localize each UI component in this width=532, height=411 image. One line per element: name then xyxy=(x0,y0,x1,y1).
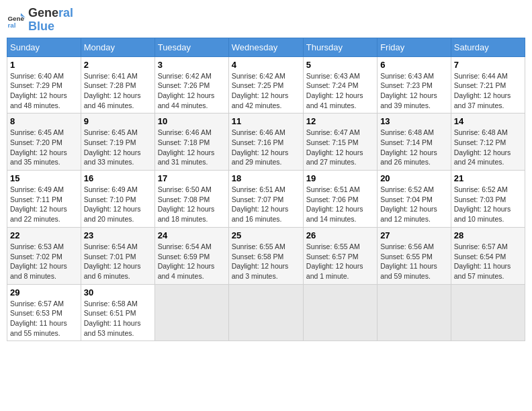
calendar-cell: 17 Sunrise: 6:50 AM Sunset: 7:08 PM Dayl… xyxy=(154,171,228,228)
day-number: 18 xyxy=(232,173,300,183)
dow-header-sunday: Sunday xyxy=(7,38,81,56)
day-number: 9 xyxy=(84,116,152,126)
dow-header-tuesday: Tuesday xyxy=(154,38,228,56)
day-info: Sunrise: 6:55 AM Sunset: 6:57 PM Dayligh… xyxy=(306,242,374,281)
calendar-cell: 2 Sunrise: 6:41 AM Sunset: 7:28 PM Dayli… xyxy=(81,56,154,113)
day-info: Sunrise: 6:41 AM Sunset: 7:28 PM Dayligh… xyxy=(84,71,152,111)
day-info: Sunrise: 6:48 AM Sunset: 7:14 PM Dayligh… xyxy=(380,128,448,167)
day-number: 12 xyxy=(306,116,374,126)
calendar-cell: 21 Sunrise: 6:52 AM Sunset: 7:03 PM Dayl… xyxy=(451,171,525,228)
day-number: 8 xyxy=(10,116,78,126)
dow-header-friday: Friday xyxy=(378,38,451,56)
day-info: Sunrise: 6:40 AM Sunset: 7:29 PM Dayligh… xyxy=(10,71,78,111)
day-number: 6 xyxy=(380,60,448,70)
day-info: Sunrise: 6:58 AM Sunset: 6:51 PM Dayligh… xyxy=(84,299,152,338)
day-info: Sunrise: 6:50 AM Sunset: 7:08 PM Dayligh… xyxy=(158,185,226,224)
week-row-1: 1 Sunrise: 6:40 AM Sunset: 7:29 PM Dayli… xyxy=(7,56,525,113)
calendar-cell: 19 Sunrise: 6:51 AM Sunset: 7:06 PM Dayl… xyxy=(303,171,377,228)
week-row-5: 29 Sunrise: 6:57 AM Sunset: 6:53 PM Dayl… xyxy=(7,284,525,341)
calendar-cell: 27 Sunrise: 6:56 AM Sunset: 6:55 PM Dayl… xyxy=(378,227,451,284)
day-number: 20 xyxy=(380,173,448,183)
day-info: Sunrise: 6:54 AM Sunset: 6:59 PM Dayligh… xyxy=(158,242,226,281)
day-number: 25 xyxy=(232,230,300,240)
day-info: Sunrise: 6:46 AM Sunset: 7:18 PM Dayligh… xyxy=(158,128,226,167)
day-number: 17 xyxy=(158,173,226,183)
day-info: Sunrise: 6:42 AM Sunset: 7:25 PM Dayligh… xyxy=(232,71,300,111)
day-number: 26 xyxy=(306,230,374,240)
calendar-cell: 15 Sunrise: 6:49 AM Sunset: 7:11 PM Dayl… xyxy=(7,171,81,228)
day-number: 21 xyxy=(454,173,522,183)
calendar-cell: 26 Sunrise: 6:55 AM Sunset: 6:57 PM Dayl… xyxy=(303,227,377,284)
calendar-cell: 7 Sunrise: 6:44 AM Sunset: 7:21 PM Dayli… xyxy=(451,56,525,113)
calendar-cell: 30 Sunrise: 6:58 AM Sunset: 6:51 PM Dayl… xyxy=(81,284,154,341)
calendar-cell: 20 Sunrise: 6:52 AM Sunset: 7:04 PM Dayl… xyxy=(378,171,451,228)
day-info: Sunrise: 6:51 AM Sunset: 7:07 PM Dayligh… xyxy=(232,185,300,224)
days-of-week-header: SundayMondayTuesdayWednesdayThursdayFrid… xyxy=(7,38,525,56)
day-number: 22 xyxy=(10,230,78,240)
day-number: 27 xyxy=(380,230,448,240)
day-info: Sunrise: 6:52 AM Sunset: 7:03 PM Dayligh… xyxy=(454,185,522,224)
calendar-cell: 1 Sunrise: 6:40 AM Sunset: 7:29 PM Dayli… xyxy=(7,56,81,113)
calendar-cell: 22 Sunrise: 6:53 AM Sunset: 7:02 PM Dayl… xyxy=(7,227,81,284)
calendar-cell: 6 Sunrise: 6:43 AM Sunset: 7:23 PM Dayli… xyxy=(378,56,451,113)
day-info: Sunrise: 6:47 AM Sunset: 7:15 PM Dayligh… xyxy=(306,128,374,167)
day-info: Sunrise: 6:56 AM Sunset: 6:55 PM Dayligh… xyxy=(380,242,448,281)
calendar-cell: 5 Sunrise: 6:43 AM Sunset: 7:24 PM Dayli… xyxy=(303,56,377,113)
calendar-cell: 14 Sunrise: 6:48 AM Sunset: 7:12 PM Dayl… xyxy=(451,113,525,171)
day-info: Sunrise: 6:57 AM Sunset: 6:53 PM Dayligh… xyxy=(10,299,78,338)
day-info: Sunrise: 6:45 AM Sunset: 7:20 PM Dayligh… xyxy=(10,128,78,167)
dow-header-wednesday: Wednesday xyxy=(228,38,303,56)
day-info: Sunrise: 6:42 AM Sunset: 7:26 PM Dayligh… xyxy=(158,71,226,111)
day-info: Sunrise: 6:53 AM Sunset: 7:02 PM Dayligh… xyxy=(10,242,78,281)
day-info: Sunrise: 6:48 AM Sunset: 7:12 PM Dayligh… xyxy=(454,128,522,167)
week-row-2: 8 Sunrise: 6:45 AM Sunset: 7:20 PM Dayli… xyxy=(7,113,525,171)
day-info: Sunrise: 6:45 AM Sunset: 7:19 PM Dayligh… xyxy=(84,128,152,167)
day-number: 28 xyxy=(454,230,522,240)
day-info: Sunrise: 6:43 AM Sunset: 7:24 PM Dayligh… xyxy=(306,71,374,111)
week-row-4: 22 Sunrise: 6:53 AM Sunset: 7:02 PM Dayl… xyxy=(7,227,525,284)
calendar-cell xyxy=(303,284,377,341)
day-number: 4 xyxy=(232,60,300,70)
dow-header-saturday: Saturday xyxy=(451,38,525,56)
day-info: Sunrise: 6:52 AM Sunset: 7:04 PM Dayligh… xyxy=(380,185,448,224)
calendar-cell: 18 Sunrise: 6:51 AM Sunset: 7:07 PM Dayl… xyxy=(228,171,303,228)
calendar-cell: 25 Sunrise: 6:55 AM Sunset: 6:58 PM Dayl… xyxy=(228,227,303,284)
day-info: Sunrise: 6:49 AM Sunset: 7:11 PM Dayligh… xyxy=(10,185,78,224)
day-number: 13 xyxy=(380,116,448,126)
day-number: 2 xyxy=(84,60,152,70)
calendar-cell xyxy=(451,284,525,341)
day-info: Sunrise: 6:46 AM Sunset: 7:16 PM Dayligh… xyxy=(232,128,300,167)
day-info: Sunrise: 6:57 AM Sunset: 6:54 PM Dayligh… xyxy=(454,242,522,281)
calendar-cell xyxy=(228,284,303,341)
day-number: 11 xyxy=(232,116,300,126)
day-info: Sunrise: 6:55 AM Sunset: 6:58 PM Dayligh… xyxy=(232,242,300,281)
calendar-cell: 13 Sunrise: 6:48 AM Sunset: 7:14 PM Dayl… xyxy=(378,113,451,171)
day-number: 23 xyxy=(84,230,152,240)
logo-icon: Gene ral xyxy=(7,11,26,30)
logo-line1: General xyxy=(28,7,73,20)
calendar-cell: 23 Sunrise: 6:54 AM Sunset: 7:01 PM Dayl… xyxy=(81,227,154,284)
calendar-cell xyxy=(378,284,451,341)
calendar-cell: 28 Sunrise: 6:57 AM Sunset: 6:54 PM Dayl… xyxy=(451,227,525,284)
day-info: Sunrise: 6:43 AM Sunset: 7:23 PM Dayligh… xyxy=(380,71,448,111)
calendar-cell xyxy=(154,284,228,341)
calendar-cell: 9 Sunrise: 6:45 AM Sunset: 7:19 PM Dayli… xyxy=(81,113,154,171)
calendar-cell: 29 Sunrise: 6:57 AM Sunset: 6:53 PM Dayl… xyxy=(7,284,81,341)
day-number: 7 xyxy=(454,60,522,70)
dow-header-monday: Monday xyxy=(81,38,154,56)
calendar-cell: 4 Sunrise: 6:42 AM Sunset: 7:25 PM Dayli… xyxy=(228,56,303,113)
day-number: 15 xyxy=(10,173,78,183)
logo: Gene ral General Blue xyxy=(7,7,73,34)
week-row-3: 15 Sunrise: 6:49 AM Sunset: 7:11 PM Dayl… xyxy=(7,171,525,228)
logo-line2: Blue xyxy=(28,20,73,34)
svg-text:ral: ral xyxy=(7,21,15,29)
day-number: 19 xyxy=(306,173,374,183)
day-number: 14 xyxy=(454,116,522,126)
calendar-cell: 3 Sunrise: 6:42 AM Sunset: 7:26 PM Dayli… xyxy=(154,56,228,113)
dow-header-thursday: Thursday xyxy=(303,38,377,56)
calendar-cell: 16 Sunrise: 6:49 AM Sunset: 7:10 PM Dayl… xyxy=(81,171,154,228)
calendar-body: 1 Sunrise: 6:40 AM Sunset: 7:29 PM Dayli… xyxy=(7,56,525,341)
day-info: Sunrise: 6:49 AM Sunset: 7:10 PM Dayligh… xyxy=(84,185,152,224)
day-number: 5 xyxy=(306,60,374,70)
day-number: 24 xyxy=(158,230,226,240)
